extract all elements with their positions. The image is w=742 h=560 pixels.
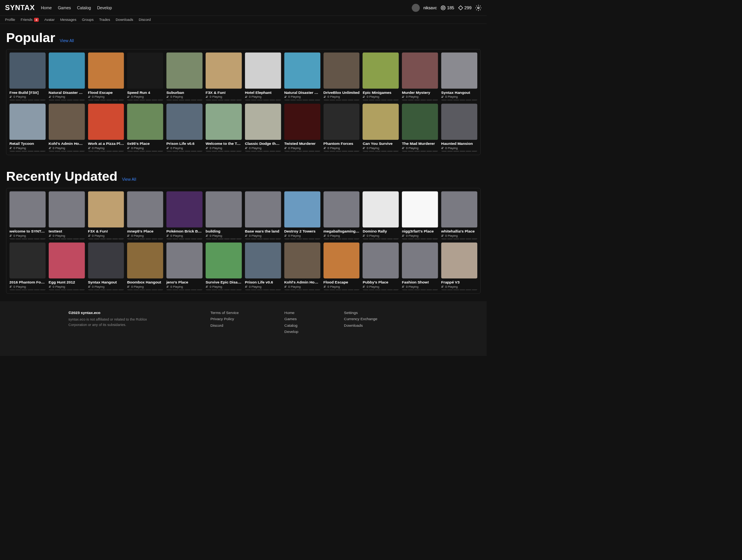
subnav-trades[interactable]: Trades: [99, 18, 110, 22]
footer-link[interactable]: Home: [284, 311, 298, 315]
subnav-friends[interactable]: Friends4: [21, 18, 39, 22]
subnav-messages[interactable]: Messages: [60, 18, 77, 22]
game-card[interactable]: 2016 Phantom Forces0 Playing: [9, 242, 46, 290]
game-card[interactable]: Egg Hunt 20120 Playing: [49, 242, 85, 290]
game-card[interactable]: Base wars the land0 Playing: [245, 191, 281, 239]
game-card[interactable]: F3X & Fun!0 Playing: [88, 191, 124, 239]
game-card[interactable]: Kohl's Admin House0 Playing: [49, 104, 85, 152]
game-card[interactable]: Haunted Mansion0 Playing: [441, 104, 478, 152]
game-card[interactable]: Welcome to the Town0 Playing: [206, 104, 242, 152]
game-title: The Mad Murderer: [402, 141, 438, 146]
footer-link[interactable]: Games: [284, 317, 298, 321]
logo[interactable]: SYNTAX: [5, 4, 35, 12]
tix-balance[interactable]: 299: [458, 5, 471, 10]
playing-count: 0 Playing: [441, 285, 478, 288]
game-card[interactable]: Survive Epic Disasters0 Playing: [206, 242, 242, 290]
game-card[interactable]: Speed Run 40 Playing: [127, 53, 163, 101]
playing-count: 0 Playing: [323, 234, 360, 237]
nav-develop[interactable]: Develop: [97, 5, 112, 10]
subnav-downloads[interactable]: Downloads: [116, 18, 133, 22]
game-card[interactable]: Pokémon Brick Bronze0 Playing: [167, 191, 203, 239]
game-card[interactable]: Can You Survive0 Playing: [362, 104, 399, 152]
game-card[interactable]: Syntax Hangout0 Playing: [441, 53, 478, 101]
game-card[interactable]: Suburban0 Playing: [167, 53, 203, 101]
footer-link[interactable]: Discord: [210, 323, 238, 328]
game-card[interactable]: Fashion Show!0 Playing: [402, 242, 438, 290]
robux-balance[interactable]: 185: [441, 5, 454, 10]
playing-count: 0 Playing: [402, 95, 438, 98]
playing-count: 0 Playing: [245, 285, 281, 288]
game-card[interactable]: Twisted Murderer0 Playing: [284, 104, 320, 152]
nav-games[interactable]: Games: [58, 5, 71, 10]
game-card[interactable]: Prison Life v0.60 Playing: [245, 242, 281, 290]
game-card[interactable]: Classic Dodge the Teapots0 Playing: [245, 104, 281, 152]
game-thumbnail: [362, 191, 399, 227]
subnav-groups[interactable]: Groups: [82, 18, 94, 22]
game-card[interactable]: Free Build [F3X]0 Playing: [9, 53, 46, 101]
game-card[interactable]: Epic Minigames0 Playing: [362, 53, 399, 101]
game-card[interactable]: Work at a Pizza Place0 Playing: [88, 104, 124, 152]
playing-count: 0 Playing: [9, 146, 46, 149]
game-card[interactable]: Natural Disaster Survival0 Playing: [49, 53, 85, 101]
game-title: Egg Hunt 2012: [49, 280, 85, 284]
game-card[interactable]: mnep5's Place0 Playing: [127, 191, 163, 239]
rating-bar: [9, 238, 46, 239]
game-card[interactable]: whitehallia's Place0 Playing: [441, 191, 478, 239]
game-card[interactable]: Syntax Hangout0 Playing: [88, 242, 124, 290]
game-card[interactable]: F3X & Fun!0 Playing: [206, 53, 242, 101]
rating-bar: [49, 151, 85, 152]
game-card[interactable]: Boombox Hangout0 Playing: [127, 242, 163, 290]
game-card[interactable]: building0 Playing: [206, 191, 242, 239]
footer-link[interactable]: Currency Exchange: [344, 317, 377, 321]
game-title: Prison Life v0.6: [167, 141, 203, 146]
username[interactable]: niksavc: [423, 5, 437, 10]
game-card[interactable]: DriveBlox Unlimited0 Playing: [323, 53, 360, 101]
game-card[interactable]: Pubby's Place0 Playing: [362, 242, 399, 290]
game-card[interactable]: nigg3rfart's Place0 Playing: [402, 191, 438, 239]
game-card[interactable]: 0x95's Place0 Playing: [127, 104, 163, 152]
game-card[interactable]: Destroy 2 Towers0 Playing: [284, 191, 320, 239]
footer-link[interactable]: Privacy Policy: [210, 317, 238, 321]
game-card[interactable]: jeno's Place0 Playing: [167, 242, 203, 290]
game-card[interactable]: Hotel Elephant0 Playing: [245, 53, 281, 101]
playing-count: 0 Playing: [9, 234, 46, 237]
playing-count: 0 Playing: [88, 146, 124, 149]
footer-link[interactable]: Downloads: [344, 323, 377, 328]
playing-count: 0 Playing: [245, 146, 281, 149]
subnav-avatar[interactable]: Avatar: [44, 18, 54, 22]
footer-link[interactable]: Develop: [284, 329, 298, 334]
game-card[interactable]: megaballsgaming's Place0 Playing: [323, 191, 360, 239]
game-card[interactable]: Retail Tycoon0 Playing: [9, 104, 46, 152]
game-card[interactable]: The Mad Murderer0 Playing: [402, 104, 438, 152]
rating-bar: [441, 289, 478, 290]
game-card[interactable]: Kohl's Admin House0 Playing: [284, 242, 320, 290]
view-all-link[interactable]: View All: [122, 177, 136, 182]
game-card[interactable]: Flood Escape0 Playing: [323, 242, 360, 290]
footer-link[interactable]: Terms of Service: [210, 311, 238, 315]
footer-link[interactable]: Catalog: [284, 323, 298, 328]
game-card[interactable]: Frappé V30 Playing: [441, 242, 478, 290]
game-card[interactable]: Flood Escape0 Playing: [88, 53, 124, 101]
game-card[interactable]: Natural Disaster Modded Survival0 Playin…: [284, 53, 320, 101]
game-thumbnail: [127, 191, 163, 227]
rating-bar: [9, 151, 46, 152]
footer-link[interactable]: Settings: [344, 311, 377, 315]
game-card[interactable]: Phantom Forces0 Playing: [323, 104, 360, 152]
avatar[interactable]: [412, 4, 420, 12]
view-all-link[interactable]: View All: [60, 39, 74, 43]
subnav-discord[interactable]: Discord: [139, 18, 151, 22]
nav-home[interactable]: Home: [41, 5, 52, 10]
game-card[interactable]: Murder Mystery0 Playing: [402, 53, 438, 101]
rating-bar: [127, 289, 163, 290]
subnav-profile[interactable]: Profile: [5, 18, 15, 22]
rating-bar: [441, 100, 478, 101]
playing-count: 0 Playing: [362, 234, 399, 237]
settings-icon[interactable]: [475, 4, 482, 11]
game-card[interactable]: Domino Rally0 Playing: [362, 191, 399, 239]
nav-catalog[interactable]: Catalog: [77, 5, 91, 10]
game-card[interactable]: Prison Life v0.60 Playing: [167, 104, 203, 152]
game-thumbnail: [9, 242, 46, 278]
game-card[interactable]: testtest0 Playing: [49, 191, 85, 239]
game-card[interactable]: welcome to SYNTAX0 Playing: [9, 191, 46, 239]
game-title: 0x95's Place: [127, 141, 163, 146]
